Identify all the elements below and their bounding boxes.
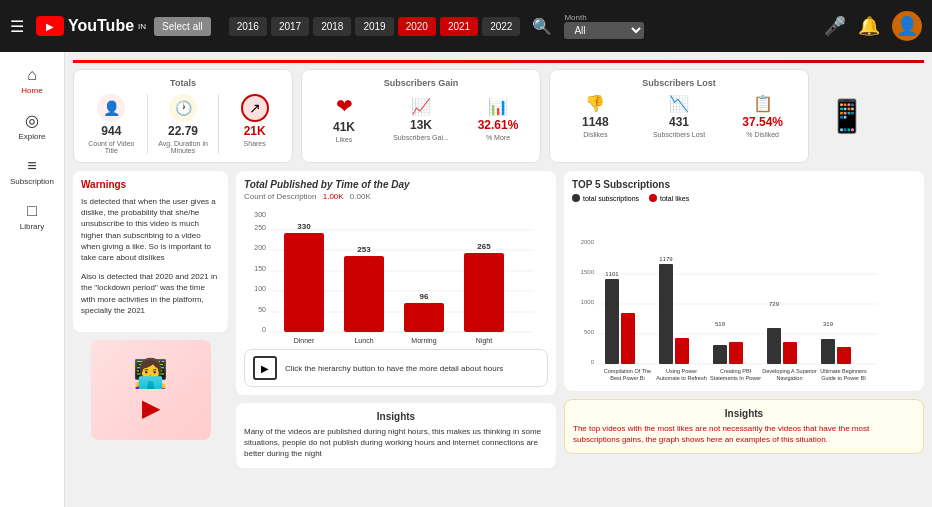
pct-more-value: 32.61% [478, 118, 519, 132]
pct-disliked-label: % Disliked [746, 131, 779, 138]
svg-text:Morning: Morning [411, 337, 436, 345]
main-layout: ⌂ Home ◎ Explore ≡ Subscription □ Librar… [0, 52, 932, 507]
svg-text:150: 150 [254, 265, 266, 272]
svg-rect-46 [821, 339, 835, 364]
month-select[interactable]: All [564, 22, 644, 39]
svg-text:250: 250 [254, 224, 266, 231]
logo: YouTube IN [36, 16, 146, 36]
youtube-phone-illustration: 📱 [817, 69, 877, 163]
svg-rect-19 [404, 303, 444, 332]
legend-dot-red [649, 194, 657, 202]
year-btn-2016[interactable]: 2016 [229, 17, 267, 36]
chart-subtitle-left: Count of Description [244, 192, 316, 201]
search-button[interactable]: 🔍 [532, 17, 552, 36]
svg-rect-36 [621, 313, 635, 364]
chart-insights-panel: Insights Many of the videos are publishe… [236, 403, 556, 468]
shares-label: Shares [244, 140, 266, 147]
red-divider [73, 60, 924, 63]
year-filter-buttons: 2016 2017 2018 2019 2020 2021 2022 [229, 17, 521, 36]
video-hint-bar: ▶ Click the hierarchy button to have the… [244, 349, 548, 387]
svg-rect-45 [783, 342, 797, 364]
likes-metric: ❤ 41K Likes [310, 94, 378, 143]
svg-text:319: 319 [823, 321, 834, 327]
subs-gain-title: Subscribers Gain [310, 78, 532, 88]
pct-more-metric: 📊 32.61% % More [464, 97, 532, 141]
sidebar-subscription-label: Subscription [10, 177, 54, 186]
shares-icon: ↗ [241, 94, 269, 122]
subs-gained-label: Subscribers Gai... [393, 134, 449, 141]
year-btn-2020[interactable]: 2020 [398, 17, 436, 36]
dislikes-metric: 👎 1148 Dislikes [558, 94, 633, 138]
hamburger-menu[interactable]: ☰ [10, 17, 24, 36]
girl-illustration: 👩‍💻 ▶ [91, 340, 211, 440]
legend-subscriptions-label: total subscriptions [583, 195, 639, 202]
chart-title: Total Published by Time of the Day [244, 179, 548, 190]
library-icon: □ [27, 202, 37, 220]
bar-chart-panel: Total Published by Time of the Day Count… [236, 171, 556, 395]
sidebar-item-subscription[interactable]: ≡ Subscription [0, 151, 64, 192]
chart-insights-text: Many of the videos are published during … [244, 426, 548, 460]
subs-gained-value: 13K [410, 118, 432, 132]
year-btn-2017[interactable]: 2017 [271, 17, 309, 36]
bar-chart-svg: 0 50 100 150 200 250 300 [244, 207, 539, 347]
pct-disliked-metric: 📋 37.54% % Disliked [725, 94, 800, 138]
chart-subtitle-mid: 1.00K [323, 192, 344, 201]
svg-text:0: 0 [262, 326, 266, 333]
year-btn-2019[interactable]: 2019 [355, 17, 393, 36]
user-avatar[interactable]: 👤 [892, 11, 922, 41]
metric-shares: ↗ 21K Shares [225, 94, 284, 154]
svg-rect-39 [675, 338, 689, 364]
svg-text:330: 330 [297, 222, 311, 231]
svg-text:500: 500 [584, 329, 595, 335]
top5-panel: TOP 5 Subscriptions total subscriptions … [564, 171, 924, 391]
svg-text:50: 50 [258, 306, 266, 313]
svg-text:1101: 1101 [605, 271, 619, 277]
dislikes-label: Dislikes [583, 131, 607, 138]
dislikes-value: 1148 [582, 115, 609, 129]
sidebar: ⌂ Home ◎ Explore ≡ Subscription □ Librar… [0, 52, 65, 507]
svg-rect-40 [713, 345, 727, 364]
chart-subtitle-right: 0.00K [350, 192, 371, 201]
duration-value: 22.79 [168, 124, 198, 138]
svg-text:519: 519 [715, 321, 726, 327]
bottom-row: Warnings Is detected that when the user … [73, 171, 924, 468]
subs-gain-metrics: ❤ 41K Likes 📈 13K Subscribers Gai... 📊 3… [310, 94, 532, 143]
svg-text:Dinner: Dinner [294, 337, 315, 344]
sidebar-item-explore[interactable]: ◎ Explore [0, 105, 64, 147]
svg-text:Lunch: Lunch [354, 337, 373, 344]
top5-title: TOP 5 Subscriptions [572, 179, 916, 190]
video-count-value: 944 [101, 124, 121, 138]
svg-text:253: 253 [357, 245, 371, 254]
bell-icon[interactable]: 🔔 [858, 15, 880, 37]
svg-text:300: 300 [254, 211, 266, 218]
legend-likes-label: total likes [660, 195, 689, 202]
svg-text:96: 96 [420, 292, 429, 301]
svg-text:1000: 1000 [581, 299, 595, 305]
right-insights-panel: Insights The top videos with the most li… [564, 399, 924, 454]
sidebar-item-home[interactable]: ⌂ Home [0, 60, 64, 101]
play-icon[interactable]: ▶ [253, 356, 277, 380]
subscribers-lost-card: Subscribers Lost 👎 1148 Dislikes 📉 431 S… [549, 69, 809, 163]
legend-subscriptions: total subscriptions [572, 194, 639, 202]
sidebar-item-library[interactable]: □ Library [0, 196, 64, 237]
year-btn-2018[interactable]: 2018 [313, 17, 351, 36]
year-btn-2022[interactable]: 2022 [482, 17, 520, 36]
subs-lost-metric: 📉 431 Subscribers Lost [642, 94, 717, 138]
svg-rect-16 [344, 256, 384, 332]
month-label: Month [564, 13, 644, 22]
duration-label: Avg. Duration in Minutes [154, 140, 213, 154]
likes-label: Likes [336, 136, 352, 143]
subscription-icon: ≡ [27, 157, 36, 175]
select-all-button[interactable]: Select all [154, 17, 211, 36]
left-panel: Warnings Is detected that when the user … [73, 171, 228, 468]
heart-icon: ❤ [336, 94, 353, 118]
svg-text:2000: 2000 [581, 239, 595, 245]
svg-text:Night: Night [476, 337, 492, 345]
subs-lost-value: 431 [669, 115, 689, 129]
mic-icon[interactable]: 🎤 [824, 15, 846, 37]
month-filter: Month All [564, 13, 644, 39]
warning-text-1: Is detected that when the user gives a d… [81, 196, 220, 263]
right-insights-text: The top videos with the most likes are n… [573, 423, 915, 445]
subs-lost-title: Subscribers Lost [558, 78, 800, 88]
year-btn-2021[interactable]: 2021 [440, 17, 478, 36]
